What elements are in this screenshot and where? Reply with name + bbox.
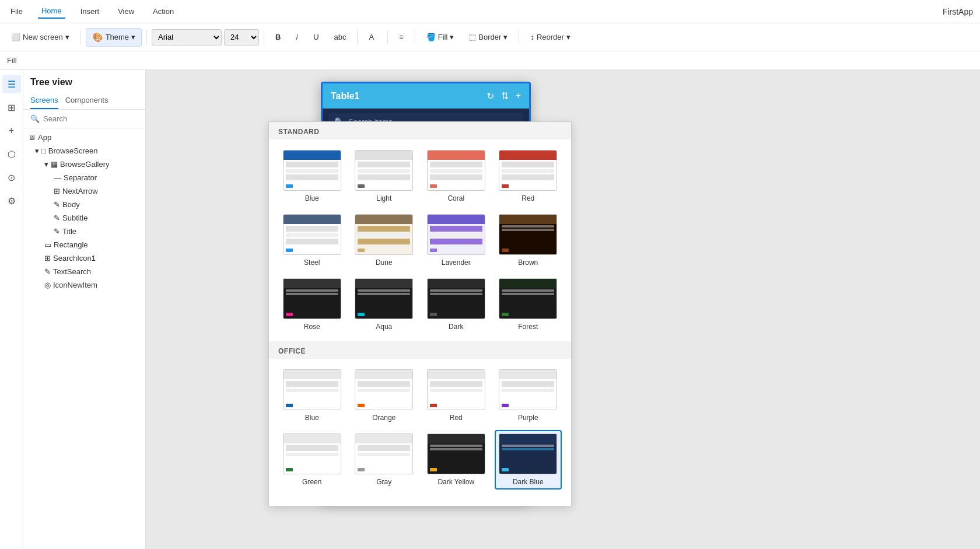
theme-dark-label: Dark (449, 323, 463, 331)
new-screen-button[interactable]: ⬜ New screen ▾ (5, 28, 76, 47)
title-label: Title (62, 227, 76, 236)
theme-dune-standard[interactable]: Dune (351, 211, 418, 270)
theme-button[interactable]: 🎨 Theme ▾ (86, 28, 142, 47)
theme-steel-preview (283, 214, 341, 255)
theme-dark-standard[interactable]: Dark (422, 275, 490, 334)
new-icon: ◎ (44, 281, 51, 289)
tab-components[interactable]: Components (65, 92, 108, 109)
theme-blue-office[interactable]: Blue (278, 366, 346, 425)
tree-item-browsegallery[interactable]: ▾ ▦ BrowseGallery (23, 158, 145, 171)
theme-purple-office[interactable]: Purple (495, 366, 562, 425)
tree-item-subtitle[interactable]: ✎ Subtitle (23, 211, 145, 225)
theme-coral-label: Coral (447, 194, 464, 202)
add-panel-icon[interactable]: + (2, 121, 21, 140)
theme-darkyellow-office-preview (427, 433, 485, 474)
theme-dropdown: STANDARD Blue (268, 121, 572, 506)
border-chevron: ▾ (503, 33, 508, 41)
theme-purple-office-label: Purple (518, 414, 538, 422)
tree-tabs: Screens Components (23, 92, 145, 110)
italic-button[interactable]: / (290, 28, 305, 47)
menu-panel-icon[interactable]: ☰ (2, 75, 21, 93)
tree-item-iconnewitem[interactable]: ◎ IconNewItem (23, 278, 145, 292)
refresh-icon[interactable]: ↻ (487, 90, 494, 102)
tree-item-app[interactable]: 🖥 App (23, 131, 145, 144)
strikethrough-label: abc (334, 33, 346, 41)
theme-forest-preview (499, 278, 557, 319)
theme-light-preview (355, 150, 413, 191)
theme-aqua-standard[interactable]: Aqua (351, 275, 418, 334)
align-button[interactable]: ≡ (393, 28, 410, 47)
theme-lavender-standard[interactable]: Lavender (422, 211, 490, 270)
theme-dune-preview (355, 214, 413, 255)
reorder-button[interactable]: ↕ Reorder ▾ (524, 28, 576, 47)
tree-item-searchicon[interactable]: ⊞ SearchIcon1 (23, 251, 145, 265)
theme-red-office-preview (427, 369, 485, 410)
search-icon: 🔍 (30, 114, 40, 123)
bold-button[interactable]: B (269, 28, 287, 47)
theme-light-standard[interactable]: Light (351, 146, 418, 206)
title-icon: ✎ (54, 227, 60, 236)
body-label: Body (62, 200, 80, 209)
menu-insert[interactable]: Insert (77, 5, 103, 18)
theme-darkblue-office[interactable]: Dark Blue (495, 430, 562, 489)
border-button[interactable]: ⬚ Border ▾ (463, 28, 514, 47)
theme-forest-label: Forest (518, 323, 538, 331)
tree-item-browsescreen[interactable]: ▾ □ BrowseScreen (23, 144, 145, 158)
tree-item-nextarrow[interactable]: ⊞ NextArrow (23, 184, 145, 198)
separator-2 (146, 30, 147, 44)
tools-panel-icon[interactable]: ⚙ (2, 191, 21, 210)
theme-darkyellow-office-label: Dark Yellow (438, 478, 474, 486)
theme-rose-preview (283, 278, 341, 319)
theme-orange-office[interactable]: Orange (351, 366, 418, 425)
new-screen-chevron: ▾ (65, 33, 69, 41)
theme-blue-label: Blue (305, 194, 319, 202)
components-panel-icon[interactable]: ⬡ (2, 145, 21, 163)
theme-orange-office-label: Orange (372, 414, 396, 422)
size-select[interactable]: 24 (224, 29, 259, 46)
theme-red-office[interactable]: Red (422, 366, 490, 425)
font-color-button[interactable]: A (362, 28, 383, 47)
menu-file[interactable]: File (7, 5, 26, 18)
separator-7 (519, 30, 519, 44)
theme-red-standard[interactable]: Red (495, 146, 562, 206)
office-theme-grid: Blue Orange (269, 359, 571, 496)
italic-label: / (296, 33, 299, 41)
nextarrow-label: NextArrow (62, 187, 98, 195)
theme-aqua-preview (355, 278, 413, 319)
tree-content: 🖥 App ▾ □ BrowseScreen ▾ ▦ BrowseGallery… (23, 128, 145, 549)
tree-item-body[interactable]: ✎ Body (23, 198, 145, 211)
textsearch-label: TextSearch (53, 267, 91, 276)
theme-forest-standard[interactable]: Forest (495, 275, 562, 334)
menu-action[interactable]: Action (149, 5, 177, 18)
menu-home[interactable]: Home (38, 4, 65, 19)
underline-button[interactable]: U (307, 28, 325, 47)
fill-button[interactable]: 🪣 Fill ▾ (420, 28, 461, 47)
theme-rose-standard[interactable]: Rose (278, 275, 346, 334)
tree-item-separator[interactable]: — Separator (23, 171, 145, 184)
theme-blue-standard[interactable]: Blue (278, 146, 346, 206)
tree-item-textsearch[interactable]: ✎ TextSearch (23, 265, 145, 278)
theme-green-office[interactable]: Green (278, 430, 346, 489)
font-select[interactable]: Arial (152, 29, 222, 46)
theme-brown-label: Brown (518, 258, 538, 267)
theme-gray-office[interactable]: Gray (351, 430, 418, 489)
treeview-panel-icon[interactable]: ⊞ (2, 98, 21, 117)
theme-brown-standard[interactable]: Brown (495, 211, 562, 270)
border-label: Border (478, 33, 501, 41)
tree-item-title[interactable]: ✎ Title (23, 225, 145, 238)
theme-steel-standard[interactable]: Steel (278, 211, 346, 270)
strikethrough-button[interactable]: abc (328, 28, 353, 47)
searchicon-label: SearchIcon1 (53, 254, 96, 263)
theme-coral-standard[interactable]: Coral (422, 146, 490, 206)
connect-panel-icon[interactable]: ⊙ (2, 168, 21, 187)
sort-icon[interactable]: ⇅ (501, 90, 509, 102)
menu-view[interactable]: View (114, 5, 138, 18)
separator-6 (415, 30, 415, 44)
theme-darkyellow-office[interactable]: Dark Yellow (422, 430, 490, 489)
search-input[interactable] (43, 114, 141, 123)
theme-aqua-label: Aqua (376, 323, 392, 331)
theme-darkblue-office-preview (499, 433, 557, 474)
add-item-icon[interactable]: + (516, 90, 521, 102)
tab-screens[interactable]: Screens (30, 92, 58, 109)
tree-item-rectangle[interactable]: ▭ Rectangle (23, 238, 145, 251)
